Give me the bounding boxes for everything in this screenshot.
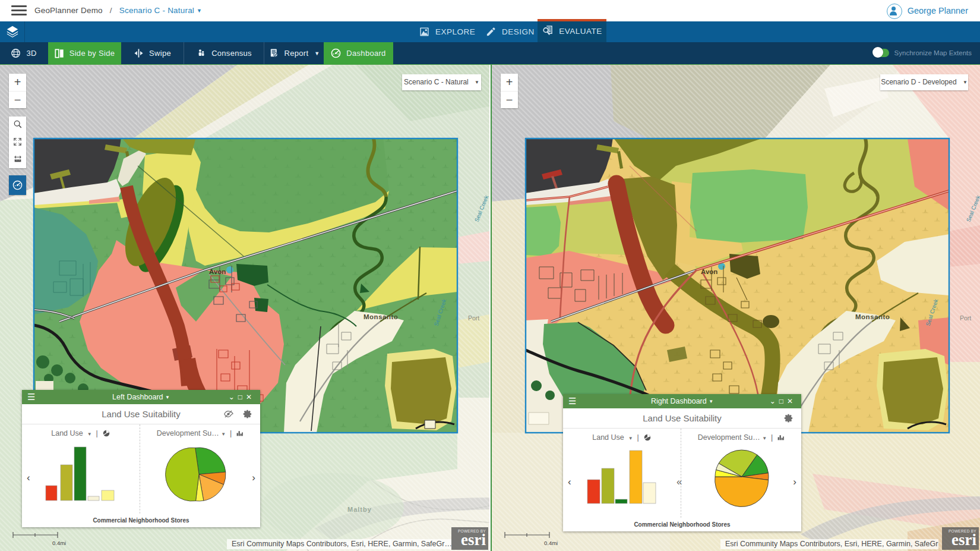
svg-text:0.4mi: 0.4mi	[544, 540, 558, 546]
svg-text:Avon: Avon	[701, 268, 717, 275]
svg-text:Monsanto: Monsanto	[855, 313, 890, 320]
svg-text:Port: Port	[960, 314, 971, 322]
svg-text:0.4mi: 0.4mi	[52, 540, 66, 546]
svg-text:Avon: Avon	[209, 268, 226, 275]
svg-text:Port: Port	[468, 314, 479, 322]
svg-text:Maltby: Maltby	[347, 506, 372, 513]
svg-text:Monsanto: Monsanto	[363, 313, 398, 320]
